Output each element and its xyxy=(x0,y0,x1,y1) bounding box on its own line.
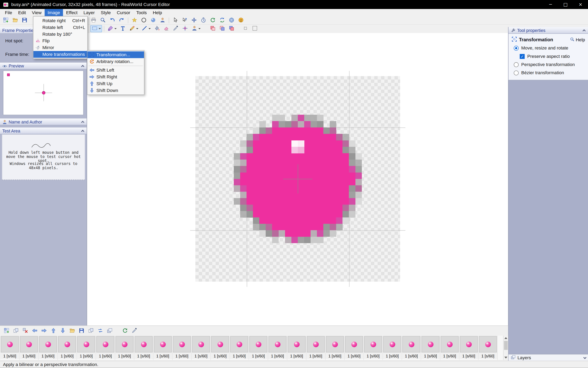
shift-up-menu-item[interactable]: Shift Up xyxy=(87,80,144,87)
move-frame-up-button[interactable] xyxy=(49,327,58,334)
layer-front-button[interactable] xyxy=(208,25,217,32)
move-frame-left-button[interactable] xyxy=(30,327,39,334)
move-resize-and-rotate-option[interactable]: Move, resize and rotate xyxy=(508,44,588,52)
frame-thumbnail[interactable]: 1 [s/60] xyxy=(39,336,58,360)
web-button[interactable] xyxy=(227,17,236,24)
minimize-button[interactable]: ─ xyxy=(543,0,558,9)
duplicate-frame-button[interactable] xyxy=(87,327,95,334)
menu-image[interactable]: Image xyxy=(45,9,63,16)
emoticon-button[interactable] xyxy=(237,17,245,24)
pick-frame-button[interactable] xyxy=(130,327,139,334)
selection-small-button[interactable] xyxy=(241,25,250,32)
frame-thumbnail[interactable]: 1 [s/60] xyxy=(211,336,230,360)
rotate-right-menu-item[interactable]: Rotate rightCtrl+R xyxy=(33,17,87,24)
merge-frames-button[interactable] xyxy=(105,327,114,334)
reverse-order-button[interactable] xyxy=(96,327,104,334)
checkbox-checked[interactable]: ✓ xyxy=(520,54,524,59)
more-transformations-menu-item[interactable]: More transformations xyxy=(33,51,87,58)
collapse-chevron-icon[interactable] xyxy=(582,29,586,33)
preserve-aspect-ratio-option[interactable]: ✓Preserve aspect ratio xyxy=(508,52,588,60)
text-tool-button[interactable] xyxy=(119,25,127,32)
layers-bar[interactable]: Layers xyxy=(508,354,588,361)
menu-view[interactable]: View xyxy=(29,9,45,16)
frame-thumbnail[interactable]: 1 [s/60] xyxy=(173,336,192,360)
frame-thumbnail[interactable]: 1 [s/60] xyxy=(115,336,134,360)
ellipse-shape-button[interactable] xyxy=(139,17,148,24)
brush-tool-button[interactable] xyxy=(106,25,118,32)
preview-header[interactable]: Preview xyxy=(0,63,87,69)
person-template-button[interactable] xyxy=(158,17,167,24)
delete-frame-button[interactable] xyxy=(21,327,29,334)
zoom-button[interactable] xyxy=(99,17,107,24)
frame-thumbnail[interactable]: 1 [s/60] xyxy=(364,336,383,360)
collapse-chevron-icon[interactable] xyxy=(81,130,84,133)
test-area[interactable]: Hold down left mouse button and move the… xyxy=(2,134,85,180)
frame-thumbnail[interactable]: 1 [s/60] xyxy=(192,336,211,360)
scroll-down-button[interactable] xyxy=(504,355,508,360)
frame-thumbnail[interactable]: 1 [s/60] xyxy=(19,336,39,360)
loop-animation-button[interactable] xyxy=(121,327,129,334)
frame-thumbnail[interactable]: 1 [s/60] xyxy=(383,336,402,360)
print-button[interactable] xyxy=(89,17,98,24)
add-frame-button[interactable] xyxy=(2,327,11,334)
hotspot-tool-button[interactable] xyxy=(181,25,189,32)
frame-thumbnail[interactable]: 1 [s/60] xyxy=(134,336,153,360)
test-area-header[interactable]: Test Area xyxy=(0,128,87,134)
pencil-tool-button[interactable] xyxy=(128,25,139,32)
frame-thumbnail[interactable]: 1 [s/60] xyxy=(96,336,115,360)
frame-thumbnail[interactable]: 1 [s/60] xyxy=(268,336,287,360)
undo-button[interactable] xyxy=(108,17,117,24)
menu-style[interactable]: Style xyxy=(98,9,114,16)
frame-thumbnail[interactable]: 1 [s/60] xyxy=(421,336,440,360)
arbitrary-rotation-menu-item[interactable]: Arbitrary rotation... xyxy=(87,58,144,65)
select-tool-button[interactable] xyxy=(90,25,102,32)
maximize-button[interactable]: □ xyxy=(558,0,573,9)
rotate-left-menu-item[interactable]: Rotate leftCtrl+L xyxy=(33,24,87,31)
selection-large-button[interactable] xyxy=(250,25,259,32)
reset-view-button[interactable] xyxy=(208,17,217,24)
frame-thumbnail[interactable]: 1 [s/60] xyxy=(345,336,364,360)
person-tool-button[interactable] xyxy=(190,25,202,32)
collapse-chevron-icon[interactable] xyxy=(81,121,84,124)
frame-thumbnail[interactable]: 1 [s/60] xyxy=(249,336,268,360)
frame-thumbnail[interactable]: 1 [s/60] xyxy=(325,336,345,360)
flip-menu-item[interactable]: Flip xyxy=(33,37,87,44)
frame-list[interactable]: 1 [s/60]1 [s/60]1 [s/60]1 [s/60]1 [s/60]… xyxy=(0,336,503,360)
menu-cursor[interactable]: Cursor xyxy=(114,9,133,16)
radio-unchecked[interactable] xyxy=(514,62,519,67)
menu-help[interactable]: Help xyxy=(150,9,165,16)
collapse-chevron-icon[interactable] xyxy=(81,65,84,68)
scroll-up-button[interactable] xyxy=(504,336,508,340)
radio-checked[interactable] xyxy=(514,46,519,50)
insert-frame-button[interactable] xyxy=(12,327,20,334)
frame-thumbnail[interactable]: 1 [s/60] xyxy=(402,336,421,360)
frame-thumbnail[interactable]: 1 [s/60] xyxy=(306,336,325,360)
sphere-shape-button[interactable] xyxy=(149,17,157,24)
b-zier-transformation-option[interactable]: Bézier transformation xyxy=(508,69,588,77)
frame-thumbnail[interactable]: 1 [s/60] xyxy=(58,336,77,360)
synchronize-button[interactable] xyxy=(218,17,226,24)
menu-effect[interactable]: Effect xyxy=(63,9,80,16)
shift-right-menu-item[interactable]: Shift Right xyxy=(87,74,144,80)
move-frame-right-button[interactable] xyxy=(40,327,48,334)
menu-layer[interactable]: Layer xyxy=(81,9,98,16)
context-help-button[interactable]: ? xyxy=(180,17,189,24)
preview-box[interactable] xyxy=(3,70,83,115)
expand-chevron-icon[interactable] xyxy=(583,356,586,359)
frame-thumbnail[interactable]: 1 [s/60] xyxy=(0,336,19,360)
menu-edit[interactable]: Edit xyxy=(15,9,29,16)
frame-thumbnail[interactable]: 1 [s/60] xyxy=(440,336,459,360)
frame-thumbnail[interactable]: 1 [s/60] xyxy=(478,336,498,360)
import-frame-button[interactable] xyxy=(68,327,76,334)
move-frame-down-button[interactable] xyxy=(58,327,67,334)
mirror-menu-item[interactable]: Mirror xyxy=(33,44,87,51)
frame-thumbnail[interactable]: 1 [s/60] xyxy=(459,336,478,360)
frame-thumbnail[interactable]: 1 [s/60] xyxy=(77,336,96,360)
dropper-tool-button[interactable] xyxy=(171,25,180,32)
close-button[interactable]: × xyxy=(573,0,588,9)
shift-left-menu-item[interactable]: Shift Left xyxy=(87,67,144,74)
animation-timer-button[interactable] xyxy=(199,17,208,24)
export-frame-button[interactable] xyxy=(77,327,86,334)
scrollbar-thumb[interactable] xyxy=(504,341,508,350)
eraser-tool-button[interactable] xyxy=(162,25,171,32)
